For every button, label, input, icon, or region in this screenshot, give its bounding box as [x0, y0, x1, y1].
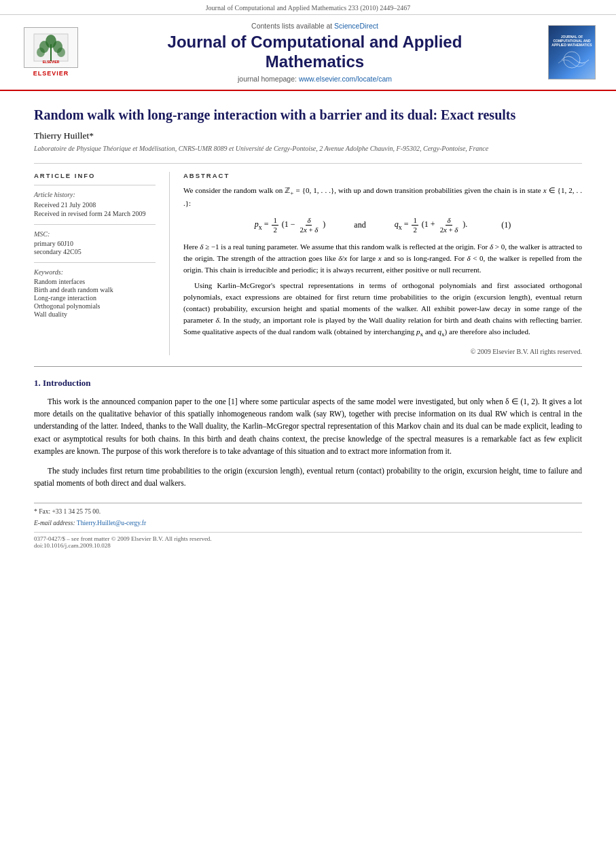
article-info-column: ARTICLE INFO Article history: Received 2…	[34, 172, 170, 355]
header-divider	[34, 163, 582, 164]
abstract-text-2: Here δ ≥ −1 is a real tuning parameter. …	[183, 241, 582, 276]
formula-px: px = 1 2 (1 − δ 2x + δ )	[255, 216, 326, 234]
abstract-column: ABSTRACT We consider the random walk on …	[170, 172, 582, 355]
msc-secondary: secondary 42C05	[34, 248, 156, 255]
msc-divider	[34, 224, 156, 225]
article-content: Random walk with long-range interaction …	[0, 106, 616, 556]
author-email-link[interactable]: Thierry.Huillet@u-cergy.fr	[77, 520, 146, 526]
equation-number: (1)	[501, 220, 511, 230]
keyword-4: Orthogonal polynomials	[34, 302, 156, 310]
keyword-1: Random interfaces	[34, 278, 156, 285]
journal-cover: JOURNAL OF COMPUTATIONAL AND APPLIED MAT…	[548, 25, 596, 79]
citation-text: Journal of Computational and Applied Mat…	[206, 4, 411, 12]
sciencedirect-link[interactable]: ScienceDirect	[334, 22, 378, 30]
abstract-text-3: Using Karlin–McGregor's spectral represe…	[183, 280, 582, 340]
svg-text:ELSEVIER: ELSEVIER	[43, 60, 60, 64]
history-label: Article history:	[34, 191, 156, 198]
formula-1: px = 1 2 (1 − δ 2x + δ ) and qx =	[183, 216, 582, 234]
svg-point-5	[37, 48, 45, 57]
elsevier-brand: ELSEVIER	[33, 70, 69, 77]
svg-point-6	[57, 48, 65, 57]
msc-section: MSC: primary 60J10 secondary 42C05	[34, 224, 156, 255]
abstract-text-intro: We consider the random walk on ℤ+ = {0, …	[183, 185, 582, 209]
formula-qx: qx = 1 2 (1 + δ 2x + δ ).	[395, 216, 468, 234]
keywords-divider	[34, 262, 156, 263]
citation-bar: Journal of Computational and Applied Mat…	[0, 0, 616, 15]
keywords-section: Keywords: Random interfaces Birth and de…	[34, 262, 156, 318]
footer-license: 0377-0427/$ – see front matter © 2009 El…	[34, 532, 582, 549]
formula-and: and	[354, 220, 365, 230]
footnote-email: E-mail address: Thierry.Huillet@u-cergy.…	[34, 519, 582, 528]
contents-available: Contents lists available at ScienceDirec…	[92, 22, 537, 30]
section-1: 1. Introduction This work is the announc…	[34, 378, 582, 490]
article-title: Random walk with long-range interaction …	[34, 106, 582, 124]
msc-primary: primary 60J10	[34, 240, 156, 247]
article-affiliation: Laboratoire de Physique Théorique et Mod…	[34, 144, 582, 154]
msc-label: MSC:	[34, 230, 156, 238]
history-revised: Received in revised form 24 March 2009	[34, 210, 156, 217]
section-1-heading: 1. Introduction	[34, 378, 582, 389]
keyword-5: Wall duality	[34, 310, 156, 318]
elsevier-logo: ELSEVIER ELSEVIER	[20, 27, 81, 77]
section-1-paragraph-1: This work is the announced companion pap…	[34, 395, 582, 458]
homepage-link[interactable]: www.elsevier.com/locate/cam	[299, 75, 392, 83]
section-1-paragraph-2: The study includes first return time pro…	[34, 465, 582, 490]
cover-image: JOURNAL OF COMPUTATIONAL AND APPLIED MAT…	[548, 25, 596, 79]
info-divider	[34, 185, 156, 185]
abstract-heading: ABSTRACT	[183, 172, 582, 179]
keywords-label: Keywords:	[34, 268, 156, 276]
elsevier-logo-image: ELSEVIER	[24, 27, 78, 68]
journal-homepage: journal homepage: www.elsevier.com/locat…	[92, 75, 537, 83]
keyword-2: Birth and death random walk	[34, 286, 156, 293]
journal-header: ELSEVIER ELSEVIER Contents lists availab…	[0, 15, 616, 91]
history-received: Received 21 July 2008	[34, 201, 156, 209]
copyright-notice: © 2009 Elsevier B.V. All rights reserved…	[183, 345, 582, 355]
article-info-heading: ARTICLE INFO	[34, 172, 156, 179]
main-divider	[34, 366, 582, 367]
two-column-layout: ARTICLE INFO Article history: Received 2…	[34, 172, 582, 355]
journal-title: Journal of Computational and Applied Mat…	[92, 33, 537, 72]
footnote-fax: * Fax: +33 1 34 25 75 00.	[34, 507, 582, 516]
article-footer: * Fax: +33 1 34 25 75 00. E-mail address…	[34, 503, 582, 556]
cover-title-text: JOURNAL OF COMPUTATIONAL AND APPLIED MAT…	[551, 35, 592, 47]
journal-center: Contents lists available at ScienceDirec…	[92, 22, 537, 83]
keyword-3: Long-range interaction	[34, 294, 156, 302]
article-author: Thierry Huillet*	[34, 130, 582, 141]
